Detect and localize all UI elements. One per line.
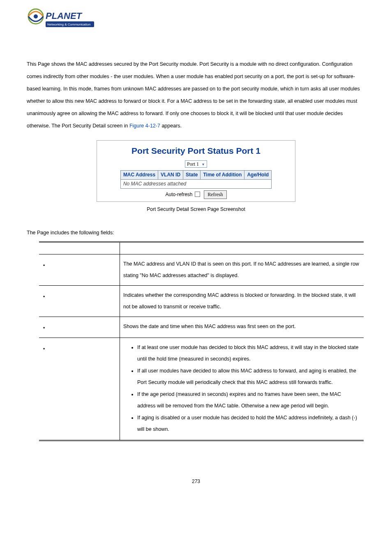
bullet-icon: • — [43, 291, 45, 302]
fields-header-description — [120, 242, 364, 254]
port-select-value: Port 1 — [187, 161, 199, 167]
svg-text:Networking & Communication: Networking & Communication — [47, 23, 90, 26]
intro-text-before: This Page shows the MAC addresses secure… — [27, 61, 360, 129]
fields-intro: The Page includes the following fields: — [27, 229, 365, 237]
list-item: If at least one user module has decided … — [137, 342, 360, 365]
age-hold-bullets: If at least one user module has decided … — [123, 342, 360, 435]
no-mac-row: No MAC addresses attached — [120, 180, 271, 189]
list-item: If all user modules have decided to allo… — [137, 365, 360, 388]
refresh-button[interactable]: Refresh — [204, 190, 226, 199]
header-logo: PLANET Networking & Communication — [27, 8, 365, 33]
intro-text-after: appears. — [160, 123, 182, 129]
bullet-icon: • — [43, 323, 45, 333]
desc-cell: If at least one user module has decided … — [120, 338, 364, 441]
auto-refresh-checkbox[interactable] — [195, 192, 200, 197]
screenshot-title: Port Security Port Status Port 1 — [99, 145, 293, 157]
desc-cell: Shows the date and time when this MAC ad… — [120, 317, 364, 338]
desc-cell: The MAC address and VLAN ID that is seen… — [120, 254, 364, 286]
bullet-icon: • — [43, 344, 45, 354]
col-time-addition: Time of Addition — [201, 171, 244, 180]
fields-header-object — [39, 242, 120, 254]
bullet-icon: • — [43, 260, 45, 271]
fields-table: • The MAC address and VLAN ID that is se… — [39, 241, 364, 441]
port-select-row: Port 1 ▾ — [99, 160, 293, 168]
svg-point-1 — [34, 14, 38, 18]
auto-refresh-label: Auto-refresh — [165, 192, 192, 197]
port-select-dropdown[interactable]: Port 1 ▾ — [185, 160, 207, 168]
chevron-down-icon: ▾ — [200, 162, 206, 167]
mac-address-table: MAC Address VLAN ID State Time of Additi… — [120, 170, 272, 189]
col-vlan-id: VLAN ID — [158, 171, 183, 180]
col-state: State — [183, 171, 201, 180]
col-age-hold: Age/Hold — [244, 171, 272, 180]
page-number: 273 — [27, 478, 365, 485]
list-item: If the age period (measured in seconds) … — [137, 389, 360, 412]
table-row: • Shows the date and time when this MAC … — [39, 317, 364, 338]
table-row: • Indicates whether the corresponding MA… — [39, 286, 364, 317]
desc-cell: Indicates whether the corresponding MAC … — [120, 286, 364, 317]
port-security-screenshot: Port Security Port Status Port 1 Port 1 … — [97, 140, 295, 202]
refresh-controls: Auto-refresh Refresh — [99, 190, 293, 199]
svg-text:PLANET: PLANET — [46, 11, 83, 21]
col-mac-address: MAC Address — [120, 171, 158, 180]
intro-paragraph: This Page shows the MAC addresses secure… — [27, 58, 365, 132]
table-row: • If at least one user module has decide… — [39, 338, 364, 441]
table-row: • The MAC address and VLAN ID that is se… — [39, 254, 364, 286]
screenshot-caption: Port Security Detail Screen Page Screens… — [27, 206, 365, 213]
list-item: If aging is disabled or a user module ha… — [137, 412, 360, 435]
figure-link[interactable]: Figure 4-12-7 — [129, 123, 160, 129]
planet-logo-icon: PLANET Networking & Communication — [27, 8, 97, 31]
